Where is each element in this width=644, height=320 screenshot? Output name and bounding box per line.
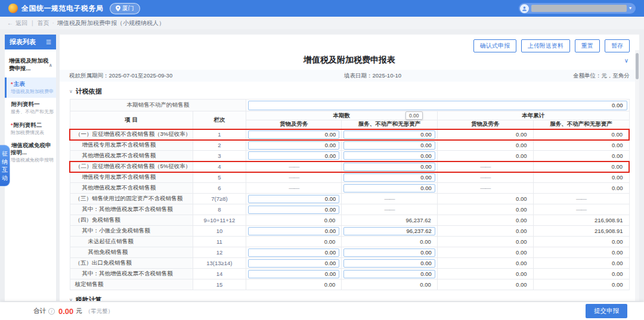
amount-input[interactable] xyxy=(343,131,435,139)
amount-cell xyxy=(342,258,437,269)
submit-declaration-button[interactable]: 提交申报 xyxy=(586,304,627,318)
chevron-down-icon[interactable]: ∨ xyxy=(69,89,73,94)
row-column-number: 13(13≥14) xyxy=(193,258,246,269)
row-column-number: 3 xyxy=(193,151,246,161)
amount-cell: 0.00 xyxy=(437,258,533,269)
table-header-row: 项 目 栏次 本期数 本年累计 xyxy=(70,111,629,120)
user-icon xyxy=(522,6,527,11)
amount-cell: —— xyxy=(342,204,437,215)
amount-input[interactable] xyxy=(343,151,435,160)
amount-cell: 0.00 xyxy=(437,269,533,279)
col-header-colno: 栏次 xyxy=(193,111,246,129)
breadcrumb-home[interactable]: 首页 xyxy=(38,19,49,27)
sidebar-item-label: 主表 xyxy=(14,80,25,87)
location-selector[interactable]: 厦门 xyxy=(110,3,140,14)
info-icon[interactable]: i xyxy=(48,308,55,315)
row-column-number: 5 xyxy=(193,172,246,183)
amount-cell xyxy=(342,151,437,161)
tax-basis-table-wrap: 本期销售不动产的销售额 项 目 栏次 本期数 本年累计 货物及劳务 服务、不动产… xyxy=(69,99,630,290)
scrollbar-thumb[interactable] xyxy=(636,53,639,79)
amount-input[interactable] xyxy=(248,195,339,203)
amount-input[interactable] xyxy=(343,259,435,268)
amount-input[interactable] xyxy=(248,131,339,139)
amount-input[interactable] xyxy=(343,270,435,278)
sidebar-item-main-form[interactable]: *主表 增值税及附加税费申报表 xyxy=(5,77,56,98)
save-draft-button[interactable]: 暂存 xyxy=(605,39,630,52)
amount-cell xyxy=(342,226,437,237)
required-marker: * xyxy=(11,122,13,128)
table-row: （五）出口免税销售额13(13≥14)0.000.00 xyxy=(70,258,629,269)
tax-bureau-logo xyxy=(8,4,18,13)
row-column-number: 14 xyxy=(193,269,246,279)
back-button[interactable]: ← 返回 xyxy=(7,19,27,27)
amount-cell xyxy=(246,269,341,279)
reset-button[interactable]: 重置 xyxy=(575,39,600,52)
amount-cell: —— xyxy=(533,204,629,215)
row-column-number: 12 xyxy=(193,247,246,258)
form-title: 增值税及附加税费申报表 xyxy=(60,55,639,66)
sidebar-item-attachment-1[interactable]: 附列资料一 服务、不动产和无形资产扣... xyxy=(5,98,56,118)
table-row: （二）应征增值税不含税销售额（5%征收率）4————0.00 xyxy=(70,161,629,172)
amount-input[interactable] xyxy=(248,206,339,214)
table-row: 其中：其他增值税发票不含税销售额8——0.00—— xyxy=(70,204,629,215)
row-label: 其他免税销售额 xyxy=(70,247,193,258)
sidebar-group[interactable]: 增值税及附加税费申报... ∧ xyxy=(5,57,56,77)
table-row: 其他增值税发票不含税销售额6————0.00 xyxy=(70,183,629,194)
real-estate-sales-input[interactable] xyxy=(248,101,627,110)
upload-attachments-button[interactable]: 上传附送资料 xyxy=(521,39,570,52)
breadcrumb: ← 返回 | 首页 · 增值税及附加税费申报（小规模纳税人） xyxy=(0,17,644,29)
confirm-declaration-button[interactable]: 确认式申报 xyxy=(473,39,516,52)
amount-input[interactable] xyxy=(248,259,339,268)
sidebar-item-label: 附列资料一 xyxy=(11,101,40,107)
form-toolbar: 确认式申报 上传附送资料 重置 暂存 xyxy=(473,39,630,52)
real-estate-sales-row: 本期销售不动产的销售额 xyxy=(70,100,629,111)
table-row: 增值税专用发票不含税销售额5————0.00 xyxy=(70,172,629,183)
col-header-ytd: 本年累计 xyxy=(437,111,629,120)
amount-input[interactable] xyxy=(248,227,339,235)
subheader-services: 服务、不动产和无形资产 xyxy=(342,120,437,129)
amount-cell: 0.00 xyxy=(533,140,629,151)
sidebar-item-tax-reduction[interactable]: 增值税减免税申报明... 增值税减免税申报明细表 xyxy=(5,139,56,166)
total-label: 合计 xyxy=(33,307,46,315)
fill-date: 填表日期：2025-10-10 xyxy=(344,72,401,80)
amount-cell: 0.00 xyxy=(437,140,533,151)
sidebar-item-attachment-2[interactable]: *附列资料二 附加税费情况表 xyxy=(5,119,56,139)
amount-cell: 0.00 xyxy=(437,129,533,140)
collapse-form-chevron-icon[interactable]: ∨ xyxy=(624,57,628,64)
amount-input[interactable] xyxy=(248,151,339,160)
row-column-number: 15 xyxy=(193,279,246,290)
amount-cell xyxy=(246,247,341,258)
amount-cell: 0.00 xyxy=(437,194,533,204)
amount-cell: 216,908.91 xyxy=(533,226,629,237)
amount-input[interactable] xyxy=(343,227,435,235)
amount-input[interactable] xyxy=(248,248,339,257)
location-label: 厦门 xyxy=(122,4,134,13)
row-label: （一）应征增值税不含税销售额（3%征收率） xyxy=(70,129,193,140)
amount-input[interactable] xyxy=(343,141,435,150)
amount-input[interactable] xyxy=(248,270,339,278)
chevron-down-icon[interactable]: ∨ xyxy=(69,297,73,301)
user-account-menu[interactable]: ▾ xyxy=(519,3,636,14)
row-column-number: 11 xyxy=(193,237,246,247)
amount-cell: —— xyxy=(246,172,341,183)
amount-cell: 0.00 xyxy=(533,247,629,258)
form-meta-row: 税款所属期间：2025-07-01至2025-09-30 填表日期：2025-1… xyxy=(60,70,639,82)
amount-input[interactable] xyxy=(343,184,435,192)
amount-cell: 216,908.91 xyxy=(533,215,629,226)
row-column-number: 2 xyxy=(193,140,246,151)
row-column-number: 1 xyxy=(193,129,246,140)
subheader-services: 服务、不动产和无形资产 xyxy=(533,120,629,129)
amount-input[interactable] xyxy=(343,173,435,182)
amount-input[interactable] xyxy=(343,248,435,257)
redacted-username xyxy=(531,5,627,12)
report-list-sidebar: 报表列表 ☰ 增值税及附加税费申报... ∧ *主表 增值税及附加税费申报表 附… xyxy=(5,35,56,301)
amount-input[interactable] xyxy=(248,141,339,150)
amount-unit: 金额单位：元，至角分 xyxy=(573,72,630,80)
scrollbar-track[interactable] xyxy=(635,50,639,301)
tax-interaction-tab[interactable]: 征纳互动 xyxy=(0,145,10,187)
amount-cell xyxy=(246,151,341,161)
row-label: （四）免税销售额 xyxy=(70,215,193,226)
menu-icon[interactable]: ☰ xyxy=(46,39,51,45)
row-label: 增值税专用发票不含税销售额 xyxy=(70,140,193,151)
amount-input[interactable] xyxy=(343,163,435,171)
